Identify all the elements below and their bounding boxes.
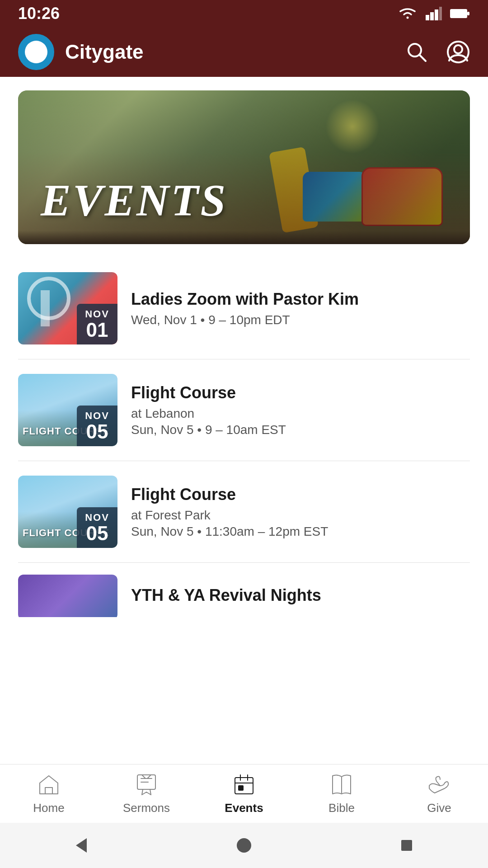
events-banner: EVENTS xyxy=(18,90,470,244)
nav-label-sermons: Sermons xyxy=(123,801,170,815)
event-item[interactable]: FLIGHT COURSE NOV 05 Flight Course at Le… xyxy=(18,359,470,461)
nav-item-give[interactable]: Give xyxy=(390,772,488,815)
app-logo[interactable] xyxy=(18,34,54,70)
home-icon xyxy=(36,772,61,797)
badge-day: 01 xyxy=(86,320,108,340)
header-brand: Citygate xyxy=(18,34,144,70)
nav-item-home[interactable]: Home xyxy=(0,772,98,815)
event-time: Sun, Nov 5 • 11:30am – 12pm EST xyxy=(131,524,470,539)
logo-inner xyxy=(25,41,47,63)
svg-rect-0 xyxy=(426,15,429,20)
event-item[interactable]: NOV 01 Ladies Zoom with Pastor Kim Wed, … xyxy=(18,258,470,359)
svg-line-7 xyxy=(419,55,426,61)
search-icon[interactable] xyxy=(405,40,428,64)
svg-point-17 xyxy=(237,838,251,853)
event-info: YTH & YA Revival Nights xyxy=(131,585,470,609)
give-icon xyxy=(427,772,452,797)
event-item[interactable]: FLIGHT COURSE NOV 05 Flight Course at Fo… xyxy=(18,461,470,563)
event-info: Flight Course at Forest Park Sun, Nov 5 … xyxy=(131,485,470,538)
nav-label-bible: Bible xyxy=(328,801,355,815)
svg-rect-5 xyxy=(467,12,469,15)
event-location: at Lebanon xyxy=(131,406,470,421)
profile-icon[interactable] xyxy=(446,40,470,64)
event-thumbnail: FLIGHT COURSE NOV 05 xyxy=(18,374,117,446)
wifi-icon xyxy=(398,7,418,20)
app-header: Citygate xyxy=(0,27,488,77)
svg-marker-16 xyxy=(76,838,87,853)
status-bar: 10:26 xyxy=(0,0,488,27)
home-button[interactable] xyxy=(234,835,254,855)
event-title: Flight Course xyxy=(131,485,470,504)
signal-icon xyxy=(426,7,442,20)
event-info: Flight Course at Lebanon Sun, Nov 5 • 9 … xyxy=(131,383,470,437)
nav-item-bible[interactable]: Bible xyxy=(293,772,390,815)
event-date-badge: NOV 01 xyxy=(77,304,117,344)
svg-rect-3 xyxy=(439,7,442,20)
events-icon xyxy=(231,772,257,797)
event-title: Flight Course xyxy=(131,383,470,402)
event-date-badge: NOV 05 xyxy=(77,406,117,446)
nav-item-sermons[interactable]: Sermons xyxy=(98,772,195,815)
event-list: NOV 01 Ladies Zoom with Pastor Kim Wed, … xyxy=(0,258,488,617)
svg-rect-18 xyxy=(401,840,412,851)
nav-item-events[interactable]: Events xyxy=(195,772,293,815)
bible-icon xyxy=(329,772,354,797)
event-title: YTH & YA Revival Nights xyxy=(131,585,470,605)
svg-point-9 xyxy=(454,45,462,53)
status-icons xyxy=(398,7,470,20)
svg-rect-4 xyxy=(450,9,467,18)
event-thumbnail xyxy=(18,575,117,617)
event-item-partial[interactable]: YTH & YA Revival Nights xyxy=(18,563,470,617)
svg-rect-1 xyxy=(430,12,434,20)
bottom-nav: Home Sermons Events xyxy=(0,764,488,823)
nav-label-home: Home xyxy=(33,801,64,815)
badge-day: 05 xyxy=(86,422,108,442)
sermons-icon xyxy=(134,772,159,797)
nav-label-give: Give xyxy=(427,801,451,815)
android-nav-bar xyxy=(0,823,488,868)
event-thumbnail: FLIGHT COURSE NOV 05 xyxy=(18,476,117,548)
svg-rect-11 xyxy=(235,778,253,794)
thumb-image xyxy=(18,575,117,617)
event-location: at Forest Park xyxy=(131,508,470,523)
badge-day: 05 xyxy=(86,524,108,543)
recents-button[interactable] xyxy=(397,835,417,855)
event-date-badge: NOV 05 xyxy=(77,507,117,548)
nav-label-events: Events xyxy=(225,801,263,815)
event-thumbnail: NOV 01 xyxy=(18,272,117,344)
battery-icon xyxy=(450,8,470,19)
event-title: Ladies Zoom with Pastor Kim xyxy=(131,289,470,309)
banner-title: EVENTS xyxy=(41,174,227,226)
event-time: Wed, Nov 1 • 9 – 10pm EDT xyxy=(131,313,470,327)
app-name: Citygate xyxy=(65,41,144,63)
svg-rect-15 xyxy=(239,786,243,790)
status-time: 10:26 xyxy=(18,4,60,23)
event-time: Sun, Nov 5 • 9 – 10am EST xyxy=(131,423,470,437)
svg-rect-2 xyxy=(435,9,438,20)
back-button[interactable] xyxy=(71,835,91,855)
header-actions xyxy=(405,40,470,64)
event-info: Ladies Zoom with Pastor Kim Wed, Nov 1 •… xyxy=(131,289,470,327)
